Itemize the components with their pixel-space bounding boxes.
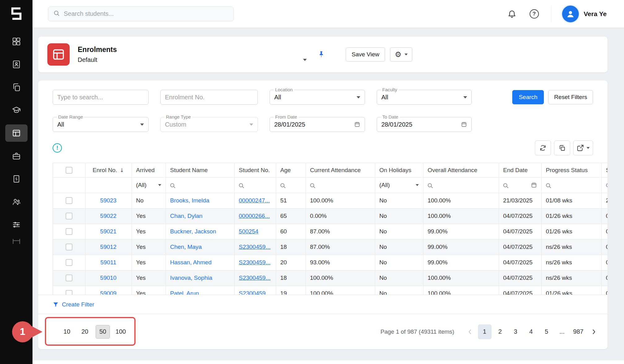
- column-header-progress-status[interactable]: Progress Status: [541, 163, 601, 177]
- page-5[interactable]: 5: [540, 324, 553, 339]
- student-no-link[interactable]: 00000247...: [239, 197, 270, 204]
- export-button[interactable]: [573, 141, 593, 155]
- enrol-no-link[interactable]: 59023: [100, 197, 117, 204]
- date-range-select[interactable]: Date Range All: [53, 117, 149, 132]
- to-date-field[interactable]: To Date 28/01/2025: [377, 117, 472, 132]
- previous-page-button[interactable]: [465, 327, 475, 336]
- student-name-link[interactable]: Chen, Maya: [170, 244, 202, 250]
- sidebar-item-settings[interactable]: [5, 216, 28, 233]
- page-size-20[interactable]: 20: [78, 325, 92, 339]
- info-icon[interactable]: !: [53, 143, 62, 153]
- filter-enrol-no[interactable]: [85, 177, 132, 193]
- sidebar-item-contacts[interactable]: [5, 56, 28, 73]
- column-header-current-attendance[interactable]: Current Attendance: [306, 163, 375, 177]
- pin-view-button[interactable]: [317, 50, 325, 58]
- sidebar-item-invoices[interactable]: $: [5, 170, 28, 188]
- student-name-link[interactable]: Chan, Dylan: [170, 213, 203, 219]
- column-header-student-name[interactable]: Student Name: [166, 163, 234, 177]
- filter-end-date[interactable]: [499, 177, 541, 193]
- from-date-field[interactable]: From Date 28/01/2025: [270, 117, 365, 132]
- cell-clipped: 0: [601, 270, 608, 286]
- student-no-link[interactable]: S2300459...: [239, 259, 271, 266]
- filter-student-no[interactable]: [234, 177, 276, 193]
- sidebar-item-enrolments[interactable]: [5, 124, 28, 142]
- filter-progress-status[interactable]: [541, 177, 601, 193]
- page-4[interactable]: 4: [524, 324, 538, 339]
- row-checkbox[interactable]: [66, 259, 72, 266]
- sidebar-item-dashboard[interactable]: [5, 33, 28, 50]
- row-checkbox[interactable]: [66, 213, 72, 219]
- create-filter-link[interactable]: Create Filter: [62, 301, 94, 308]
- next-page-button[interactable]: [588, 327, 599, 336]
- range-type-select[interactable]: Range Type Custom: [160, 117, 258, 132]
- filter-arrived[interactable]: (All): [132, 177, 166, 193]
- column-header-on-holidays[interactable]: On Holidays: [375, 163, 423, 177]
- enrol-no-link[interactable]: 59009: [100, 290, 117, 295]
- filter-student-name[interactable]: [166, 177, 234, 193]
- faculty-select[interactable]: Faculty All: [377, 90, 472, 105]
- filter-overall-attendance[interactable]: [423, 177, 499, 193]
- dashboard-icon: [12, 37, 21, 46]
- column-header-overall-attendance[interactable]: Overall Attendance: [423, 163, 499, 177]
- row-checkbox[interactable]: [66, 197, 72, 204]
- page-2[interactable]: 2: [493, 324, 507, 339]
- student-name-link[interactable]: Patel, Arun: [170, 290, 199, 295]
- filter-current-attendance[interactable]: [306, 177, 375, 193]
- sidebar-item-documents[interactable]: [5, 79, 28, 96]
- column-header-student-no[interactable]: Student No.: [234, 163, 276, 177]
- student-no-link[interactable]: S2300459...: [239, 244, 271, 250]
- student-name-link[interactable]: Buckner, Jackson: [170, 228, 216, 235]
- enrol-no-link[interactable]: 59022: [100, 213, 117, 219]
- page-987[interactable]: 987: [571, 324, 586, 339]
- enrol-no-link[interactable]: 59021: [100, 228, 117, 235]
- app-logo[interactable]: [6, 4, 26, 24]
- column-header-clipped[interactable]: S: [601, 163, 608, 177]
- avatar[interactable]: [562, 6, 579, 22]
- location-select[interactable]: Location All: [270, 90, 365, 105]
- refresh-button[interactable]: [535, 141, 551, 155]
- view-settings-button[interactable]: ⚙: [390, 47, 412, 62]
- search-button[interactable]: Search: [512, 90, 544, 104]
- help-button[interactable]: ?: [530, 9, 539, 19]
- page-3[interactable]: 3: [509, 324, 522, 339]
- student-name-link[interactable]: Brooks, Imelda: [170, 197, 210, 204]
- student-no-link[interactable]: 500254: [239, 228, 258, 235]
- row-checkbox[interactable]: [66, 275, 72, 281]
- column-header-arrived[interactable]: Arrived: [132, 163, 166, 177]
- global-search[interactable]: [48, 6, 234, 21]
- keyword-search-input[interactable]: [53, 90, 149, 105]
- filter-clipped[interactable]: [601, 177, 608, 193]
- student-no-link[interactable]: S2300459...: [239, 290, 271, 295]
- filter-age[interactable]: [276, 177, 306, 193]
- filter-on-holidays[interactable]: (All): [375, 177, 423, 193]
- enrol-no-link[interactable]: 59011: [100, 259, 116, 266]
- row-checkbox[interactable]: [66, 244, 72, 250]
- enrolment-no-input[interactable]: [160, 90, 258, 105]
- search-input[interactable]: [64, 10, 228, 17]
- student-name-link[interactable]: Hassan, Ahmed: [170, 259, 212, 266]
- row-checkbox[interactable]: [66, 290, 72, 295]
- notifications-button[interactable]: [507, 9, 517, 19]
- reset-filters-button[interactable]: Reset Filters: [548, 90, 593, 104]
- student-name-link[interactable]: Ivanova, Sophia: [170, 275, 212, 281]
- view-selector[interactable]: Default: [78, 56, 307, 63]
- enrol-no-link[interactable]: 59010: [100, 275, 117, 281]
- column-header-age[interactable]: Age: [276, 163, 306, 177]
- student-no-link[interactable]: S2300459...: [239, 275, 271, 281]
- sidebar-item-services[interactable]: [5, 147, 28, 165]
- select-all-checkbox[interactable]: [66, 167, 72, 174]
- student-no-link[interactable]: 00000266...: [239, 213, 270, 219]
- column-header-end-date[interactable]: End Date: [499, 163, 541, 177]
- page-size-50[interactable]: 50: [96, 325, 110, 339]
- page-size-100[interactable]: 100: [114, 325, 128, 339]
- page-size-10[interactable]: 10: [60, 325, 74, 339]
- row-checkbox[interactable]: [66, 228, 72, 235]
- column-chooser-button[interactable]: [554, 141, 570, 155]
- save-view-button[interactable]: Save View: [346, 47, 385, 62]
- sidebar-item-more[interactable]: [5, 239, 28, 244]
- sidebar-item-courses[interactable]: [5, 102, 28, 119]
- page-1[interactable]: 1: [478, 324, 492, 339]
- column-header-enrol-no[interactable]: Enrol No.↓: [85, 163, 132, 177]
- sidebar-item-community[interactable]: [5, 193, 28, 210]
- enrol-no-link[interactable]: 59012: [100, 244, 117, 250]
